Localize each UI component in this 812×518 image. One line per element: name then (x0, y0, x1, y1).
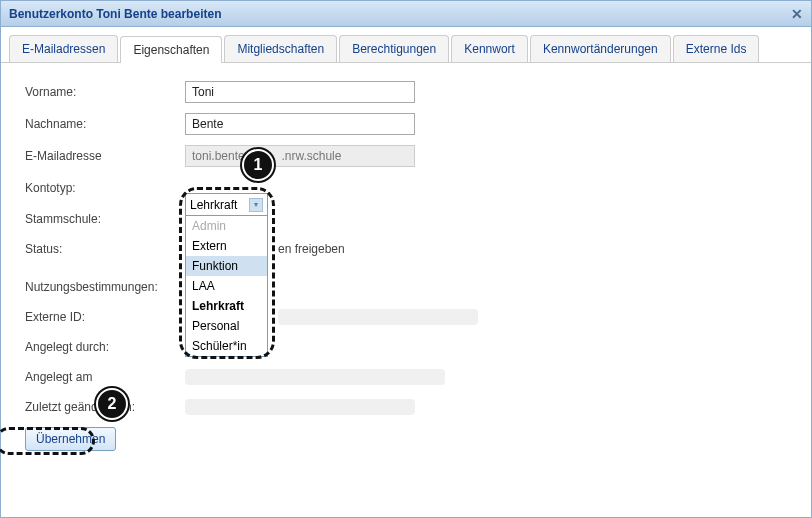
vorname-label: Vorname: (25, 85, 185, 99)
tab-mitgliedschaften[interactable]: Mitgliedschaften (224, 35, 337, 62)
kontotyp-combo[interactable]: Lehrkraft ▾ (186, 194, 267, 216)
tab-email-adressen[interactable]: E-Mailadressen (9, 35, 118, 62)
nachname-label: Nachname: (25, 117, 185, 131)
kontotyp-option-lehrkraft[interactable]: Lehrkraft (186, 296, 267, 316)
window-title: Benutzerkonto Toni Bente bearbeiten (9, 1, 221, 27)
close-icon[interactable]: ✕ (791, 1, 803, 27)
zuletzt-value-redacted (185, 399, 415, 415)
tab-kennwort[interactable]: Kennwort (451, 35, 528, 62)
form-body: Vorname: Nachname: E-Mailadresse Kontoty… (1, 63, 811, 469)
callout-badge-2: 2 (96, 388, 128, 420)
kontotyp-option-laa[interactable]: LAA (186, 276, 267, 296)
externeid-value-redacted (278, 309, 478, 325)
tab-bar: E-Mailadressen Eigenschaften Mitgliedsch… (1, 27, 811, 63)
titlebar: Benutzerkonto Toni Bente bearbeiten ✕ (1, 1, 811, 27)
status-value: en freigeben (278, 242, 345, 256)
kontotyp-option-personal[interactable]: Personal (186, 316, 267, 336)
apply-button[interactable]: Übernehmen (25, 427, 116, 451)
kontotyp-option-funktion[interactable]: Funktion (186, 256, 267, 276)
angelegtdurch-label: Angelegt durch: (25, 340, 185, 354)
kontotyp-option-schuelerin[interactable]: Schüler*in (186, 336, 267, 356)
tab-externe-ids[interactable]: Externe Ids (673, 35, 760, 62)
dialog-window: Benutzerkonto Toni Bente bearbeiten ✕ E-… (0, 0, 812, 518)
tab-eigenschaften[interactable]: Eigenschaften (120, 36, 222, 63)
status-label: Status: (25, 242, 185, 256)
callout-badge-1: 1 (242, 149, 274, 181)
tab-berechtigungen[interactable]: Berechtigungen (339, 35, 449, 62)
tab-kennwortaenderungen[interactable]: Kennwortänderungen (530, 35, 671, 62)
externeid-label: Externe ID: (25, 310, 185, 324)
nachname-field[interactable] (185, 113, 415, 135)
kontotyp-option-admin[interactable]: Admin (186, 216, 267, 236)
kontotyp-selected: Lehrkraft (190, 198, 237, 212)
angelegtam-value-redacted (185, 369, 445, 385)
nutzungs-label: Nutzungsbestimmungen: (25, 280, 185, 294)
angelegtam-label: Angelegt am (25, 370, 185, 384)
email-field (185, 145, 415, 167)
stammschule-label: Stammschule: (25, 212, 185, 226)
kontotyp-dropdown[interactable]: Lehrkraft ▾ Admin Extern Funktion LAA Le… (185, 193, 268, 357)
chevron-down-icon[interactable]: ▾ (249, 198, 263, 212)
vorname-field[interactable] (185, 81, 415, 103)
email-label: E-Mailadresse (25, 149, 185, 163)
kontotyp-option-extern[interactable]: Extern (186, 236, 267, 256)
kontotyp-label: Kontotyp: (25, 181, 185, 195)
